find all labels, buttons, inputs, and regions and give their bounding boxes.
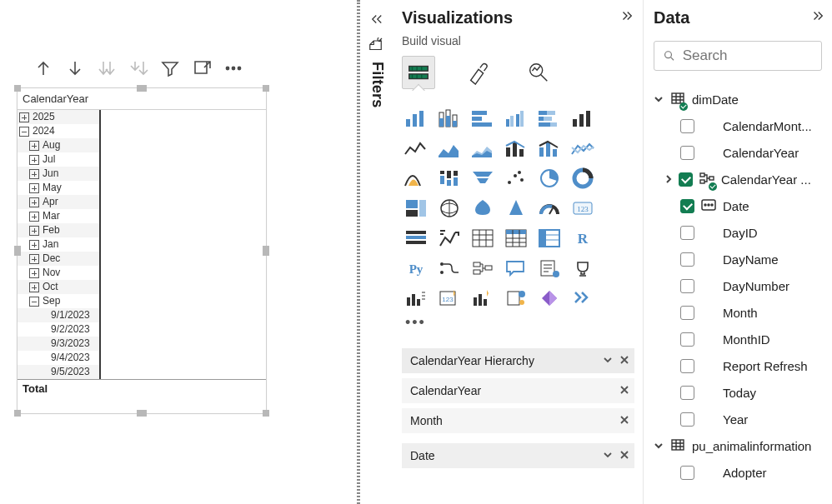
visual-type-icon[interactable]	[502, 106, 530, 131]
visual-type-icon[interactable]	[502, 136, 530, 161]
visual-type-icon[interactable]	[502, 166, 530, 191]
field-checkbox[interactable]	[679, 172, 693, 187]
visual-type-icon[interactable]	[402, 106, 430, 131]
search-box[interactable]	[654, 41, 822, 71]
field-row[interactable]: CalendarYear ...	[654, 166, 832, 192]
visual-type-icon[interactable]	[469, 286, 497, 311]
field-checkbox[interactable]	[680, 412, 694, 427]
field-row[interactable]: DayName	[654, 246, 832, 272]
matrix-row[interactable]: Mar	[18, 209, 99, 223]
expand-icon[interactable]	[29, 254, 39, 264]
visual-type-icon[interactable]	[502, 256, 530, 281]
visual-type-icon[interactable]	[469, 256, 497, 281]
visual-type-icon[interactable]	[402, 196, 430, 221]
matrix-row[interactable]: Oct	[18, 280, 99, 294]
expand-icon[interactable]	[29, 282, 39, 292]
visual-type-icon[interactable]	[569, 166, 597, 191]
filters-pane-title[interactable]: Filters	[368, 62, 386, 107]
visual-type-icon[interactable]	[469, 226, 497, 251]
matrix-row[interactable]: 9/1/2023	[18, 308, 99, 322]
visual-type-icon[interactable]	[435, 166, 464, 191]
expand-icon[interactable]	[29, 240, 39, 250]
resize-handle[interactable]	[14, 410, 21, 417]
remove-field-icon[interactable]	[619, 449, 629, 462]
visual-type-icon[interactable]	[569, 136, 597, 161]
matrix-row[interactable]: 9/4/2023	[18, 351, 99, 365]
field-checkbox[interactable]	[680, 386, 694, 400]
field-row[interactable]: CalendarMont...	[654, 112, 832, 139]
field-checkbox[interactable]	[680, 466, 694, 480]
expand-icon[interactable]	[29, 183, 39, 193]
expand-icon[interactable]	[29, 141, 39, 151]
resize-handle[interactable]	[263, 410, 269, 417]
matrix-row[interactable]: Jun	[18, 167, 99, 181]
field-checkbox[interactable]	[680, 226, 694, 240]
visual-type-icon[interactable]	[569, 256, 597, 281]
visual-type-icon[interactable]	[535, 226, 564, 251]
field-row[interactable]: Today	[654, 379, 832, 406]
visual-type-icon[interactable]	[435, 226, 464, 251]
expand-icon[interactable]	[29, 268, 39, 278]
visual-type-icon[interactable]	[569, 106, 597, 131]
matrix-row[interactable]: Sep	[18, 294, 99, 308]
visual-type-icon[interactable]	[502, 286, 530, 311]
collapse-icon[interactable]	[29, 297, 39, 307]
matrix-row[interactable]: May	[18, 181, 99, 195]
remove-field-icon[interactable]	[619, 384, 629, 397]
matrix-row[interactable]: Apr	[18, 195, 99, 209]
visual-type-icon[interactable]	[535, 136, 564, 161]
chevron-down-icon[interactable]	[603, 449, 613, 462]
visual-type-icon[interactable]	[535, 106, 564, 131]
visual-type-icon[interactable]	[435, 106, 464, 131]
field-row[interactable]: Month	[654, 299, 832, 326]
expand-icon[interactable]	[29, 169, 39, 179]
visual-type-icon[interactable]	[502, 226, 530, 251]
more-options-icon[interactable]	[223, 58, 243, 78]
matrix-row[interactable]: Feb	[18, 223, 99, 237]
matrix-row[interactable]: Aug	[18, 138, 99, 152]
visual-type-icon[interactable]	[402, 136, 430, 161]
matrix-row[interactable]: 2024	[18, 124, 99, 138]
matrix-row[interactable]: 2025	[18, 110, 99, 124]
visual-type-icon[interactable]	[435, 196, 464, 221]
visual-type-icon[interactable]	[402, 166, 430, 191]
table-row[interactable]: dimDate	[654, 86, 832, 112]
visual-type-icon[interactable]	[502, 196, 530, 221]
resize-handle[interactable]	[263, 85, 269, 92]
field-checkbox[interactable]	[680, 146, 694, 160]
visual-type-icon[interactable]	[535, 286, 564, 311]
field-well[interactable]: CalendarYear Hierarchy	[402, 348, 634, 373]
expand-icon[interactable]	[29, 197, 39, 207]
field-row[interactable]: Year	[654, 406, 832, 432]
build-visual-tab[interactable]	[402, 56, 435, 89]
table-row[interactable]: pu_animalinformation	[654, 432, 832, 459]
resize-handle[interactable]	[263, 246, 269, 256]
visual-type-icon[interactable]	[469, 196, 497, 221]
resize-handle[interactable]	[14, 246, 21, 256]
matrix-row[interactable]: Dec	[18, 252, 99, 266]
chevron-right-icon[interactable]	[664, 172, 674, 187]
matrix-row[interactable]: Jan	[18, 237, 99, 252]
focus-mode-icon[interactable]	[192, 58, 212, 78]
field-checkbox[interactable]	[680, 119, 694, 133]
chevron-down-icon[interactable]	[654, 92, 664, 107]
field-checkbox[interactable]	[680, 252, 694, 267]
resize-handle[interactable]	[137, 410, 147, 417]
chevron-down-icon[interactable]	[603, 354, 613, 367]
matrix-body[interactable]: 20252024AugJulJunMayAprMarFebJanDecNovOc…	[18, 110, 101, 379]
remove-field-icon[interactable]	[619, 354, 629, 367]
format-visual-tab[interactable]	[462, 56, 495, 89]
visual-type-icon[interactable]: Py	[402, 256, 430, 281]
matrix-row[interactable]: Jul	[18, 152, 99, 167]
field-well[interactable]: Month	[402, 408, 634, 433]
remove-field-icon[interactable]	[619, 414, 629, 427]
expand-pane-icon[interactable]	[619, 8, 634, 27]
field-row[interactable]: Report Refresh	[654, 352, 832, 379]
field-well[interactable]: CalendarYear	[402, 378, 634, 403]
field-row[interactable]: DayID	[654, 219, 832, 246]
field-row[interactable]: Date	[654, 192, 832, 219]
search-input[interactable]	[683, 47, 813, 64]
visual-type-icon[interactable]: R	[569, 226, 597, 251]
field-checkbox[interactable]	[680, 306, 694, 320]
drill-down-icon[interactable]	[65, 58, 85, 78]
